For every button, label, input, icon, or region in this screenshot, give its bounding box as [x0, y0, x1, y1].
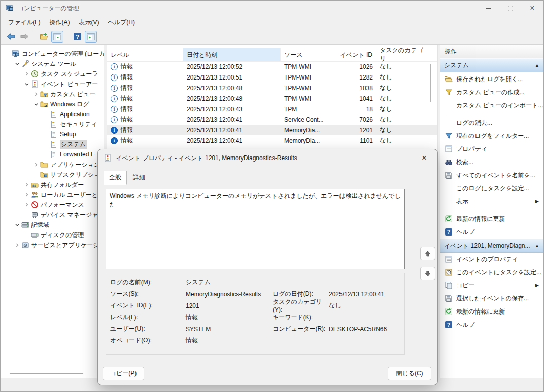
menu-item-1[interactable]: 操作(A)	[45, 17, 74, 28]
chevron-down-icon[interactable]	[13, 60, 21, 68]
field-value: なし	[329, 301, 400, 310]
collapse-icon[interactable]: ▲	[535, 63, 539, 68]
event-list-vertical-scrollbar[interactable]	[430, 64, 431, 102]
chevron-right-icon[interactable]	[32, 90, 40, 98]
action-item[interactable]: 最新の情報に更新	[440, 212, 543, 225]
tree-item[interactable]: Setup	[1, 129, 104, 139]
collapse-icon[interactable]: ▲	[535, 243, 539, 248]
svg-text:?: ?	[447, 229, 451, 235]
menu-item-2[interactable]: 表示(V)	[74, 17, 103, 28]
action-item[interactable]: イベントのプロパティ	[440, 253, 543, 266]
action-item[interactable]: ログの消去...	[440, 116, 543, 129]
tree-item[interactable]: Forwarded E	[1, 149, 104, 160]
back-button[interactable]	[5, 31, 17, 43]
action-item[interactable]: 検索...	[440, 155, 543, 169]
tree-item[interactable]: サービスとアプリケーション	[1, 240, 104, 250]
tree-item[interactable]: デバイス マネージャー	[1, 210, 104, 220]
dialog-close-action-button[interactable]: 閉じる(C)	[388, 367, 431, 380]
event-description-box[interactable]: Windows メモリ診断によりコンピューターのメモリがテストされましたが、エラ…	[106, 189, 405, 269]
chevron-down-icon[interactable]	[32, 100, 40, 108]
chevron-right-icon[interactable]	[22, 201, 31, 209]
action-item[interactable]: このログにタスクを設定...	[440, 182, 543, 195]
dialog-close-button[interactable]: ×	[417, 151, 431, 165]
tree-item[interactable]: パフォーマンス	[1, 200, 104, 210]
event-datetime-cell: 2025/12/13 12:00:43	[183, 106, 281, 113]
action-item[interactable]: 現在のログをフィルター...	[440, 129, 543, 142]
chevron-right-icon[interactable]	[22, 70, 31, 78]
actions-section-header[interactable]: イベント 1201, MemoryDiagn...▲	[440, 239, 543, 253]
tree-horizontal-scrollbar[interactable]	[10, 373, 83, 374]
forward-button[interactable]	[18, 31, 30, 43]
column-header-label: イベント ID	[340, 51, 372, 59]
tree-item[interactable]: 共有フォルダー	[1, 180, 104, 190]
actions-section-header[interactable]: システム▲	[440, 58, 543, 72]
action-item[interactable]: このイベントにタスクを設定...	[440, 266, 543, 279]
event-datetime-cell: 2025/12/13 12:00:41	[183, 127, 281, 134]
column-header[interactable]: タスクのカテゴリ	[376, 48, 429, 61]
field-value: システム	[186, 278, 273, 287]
console-tree-toggle-button[interactable]	[51, 31, 63, 43]
tree-item[interactable]: セキュリティ	[1, 119, 104, 129]
chevron-right-icon[interactable]	[32, 161, 40, 169]
tree-item-label: アプリケーションとサ	[50, 161, 104, 169]
event-row[interactable]: i情報2025/12/13 12:00:51TPM-WMI1282なし	[107, 72, 437, 83]
chevron-right-icon[interactable]	[22, 181, 31, 189]
tree-item[interactable]: ディスクの管理	[1, 230, 104, 240]
event-source-cell: Service Cont...	[281, 116, 329, 123]
tab-general[interactable]: 全般	[104, 171, 127, 185]
column-header[interactable]: イベント ID	[329, 48, 376, 61]
tree-item[interactable]: システム ツール	[1, 59, 104, 69]
tree-item[interactable]: タスク スケジューラ	[1, 69, 104, 79]
chevron-right-icon[interactable]	[13, 241, 21, 249]
action-item[interactable]: コピー▶	[440, 279, 543, 292]
event-row[interactable]: i情報2025/12/13 12:00:48TPM-WMI1041なし	[107, 93, 437, 104]
column-header[interactable]: ソース	[281, 48, 329, 61]
tree-item-label: デバイス マネージャー	[41, 211, 104, 219]
action-item[interactable]: カスタム ビューのインポート...	[440, 99, 543, 112]
help-button[interactable]: ?	[71, 31, 83, 43]
close-button[interactable]: ×	[521, 1, 543, 16]
tree-item[interactable]: アプリケーションとサ	[1, 160, 104, 170]
previous-event-button[interactable]	[420, 247, 435, 260]
tree-item[interactable]: システム	[1, 139, 104, 149]
copy-button[interactable]: コピー(P)	[103, 367, 144, 380]
tab-details[interactable]: 詳細	[128, 171, 150, 184]
next-event-button[interactable]	[420, 267, 435, 280]
information-icon: i	[111, 106, 118, 113]
action-item[interactable]: カスタム ビューの作成...	[440, 86, 543, 99]
tree-item[interactable]: Windows ログ	[1, 99, 104, 109]
menu-item-3[interactable]: ヘルプ(H)	[103, 17, 140, 28]
field-label: キーワード(K):	[273, 313, 329, 322]
event-row[interactable]: i情報2025/12/13 12:00:52TPM-WMI1026なし	[107, 61, 437, 72]
column-header[interactable]: レベル	[107, 48, 183, 61]
action-item[interactable]: 最新の情報に更新	[440, 305, 543, 318]
event-row[interactable]: i情報2025/12/13 12:00:48TPM-WMI1038なし	[107, 83, 437, 93]
tree-item[interactable]: ローカル ユーザーとグル	[1, 190, 104, 200]
minimize-button[interactable]	[477, 1, 499, 16]
event-row[interactable]: i情報2025/12/13 12:00:41MemoryDia...1201なし	[107, 125, 437, 135]
action-item[interactable]: 表示▶	[440, 195, 543, 208]
action-item[interactable]: 選択したイベントの保存...	[440, 292, 543, 305]
chevron-right-icon[interactable]	[22, 191, 31, 199]
column-header[interactable]: 日付と時刻	[183, 48, 281, 61]
tree-item[interactable]: サブスクリプション	[1, 170, 104, 180]
event-row[interactable]: i情報2025/12/13 12:00:41MemoryDia...1101なし	[107, 135, 437, 146]
action-item[interactable]: すべてのイベントを名前を...	[440, 169, 543, 182]
action-item[interactable]: プロパティ	[440, 142, 543, 155]
action-pane-toggle-button[interactable]	[85, 31, 97, 43]
chevron-down-icon[interactable]	[13, 221, 21, 229]
tree-item[interactable]: 記憶域	[1, 220, 104, 230]
tree-item[interactable]: イベント ビューアー	[1, 79, 104, 89]
action-item[interactable]: 保存されたログを開く...	[440, 72, 543, 86]
event-row[interactable]: i情報2025/12/13 12:00:41Service Cont...702…	[107, 114, 437, 125]
event-row[interactable]: i情報2025/12/13 12:00:43TPM18なし	[107, 104, 437, 114]
tree-item[interactable]: Application	[1, 109, 104, 119]
tree-item[interactable]: カスタム ビュー	[1, 89, 104, 99]
open-folder-button[interactable]	[38, 31, 50, 43]
chevron-down-icon[interactable]	[22, 80, 31, 88]
maximize-button[interactable]	[499, 1, 521, 16]
tree-item[interactable]: コンピューターの管理 (ローカル)	[1, 49, 104, 59]
menu-item-0[interactable]: ファイル(F)	[4, 17, 45, 28]
action-item[interactable]: ?ヘルプ	[440, 318, 543, 331]
action-item[interactable]: ?ヘルプ	[440, 225, 543, 239]
